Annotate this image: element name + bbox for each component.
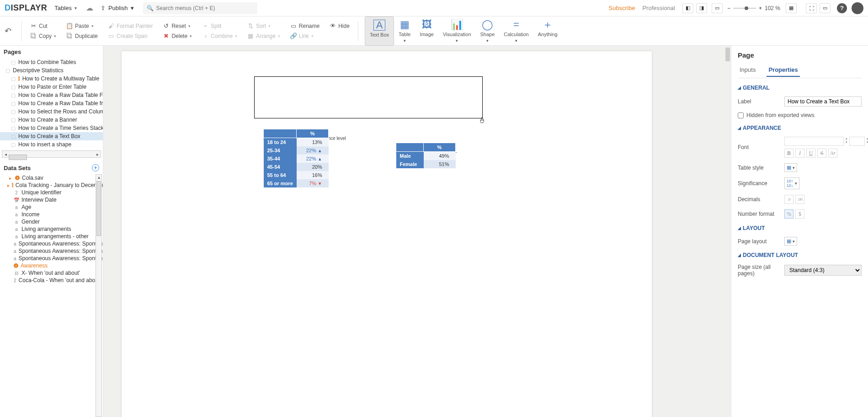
paste-button[interactable]: 📋Paste▾: [64, 22, 100, 30]
age-table-wrap[interactable]: %18 to 2413%25-3422% ▲35-4422% ▲45-5420%…: [263, 129, 346, 141]
page-item[interactable]: ▢!How to Create a Multiway Table: [0, 75, 103, 83]
insert-table-button[interactable]: ▦Table▾: [394, 16, 415, 46]
avatar[interactable]: [852, 2, 863, 14]
delete-button[interactable]: ✖Delete▾: [161, 32, 194, 40]
tables-menu[interactable]: Tables ▾: [54, 5, 77, 11]
variable-item[interactable]: aLiving arrangements - other: [0, 233, 103, 240]
layout-right-panel-icon[interactable]: ◨: [696, 3, 707, 13]
duplicate-button[interactable]: ⿻Duplicate: [64, 32, 100, 40]
dataset-file[interactable]: ▸!Cola Tracking - January to December.: [0, 182, 103, 189]
font-size-spinner[interactable]: ▴▾: [846, 137, 847, 146]
variable-item[interactable]: aLiving arrangements: [0, 225, 103, 233]
insert-calculation-button[interactable]: =Calculation▾: [499, 16, 533, 46]
page-item[interactable]: ▢How to Create a Time Series Stacked by …: [0, 124, 103, 132]
dataset-vscroll[interactable]: ▴: [96, 174, 102, 417]
decimals-decrease-button[interactable]: .0: [784, 195, 793, 204]
page-item[interactable]: ▢How to Combine Tables: [0, 58, 103, 66]
page-item[interactable]: ▢How to insert a shape: [0, 140, 103, 149]
variable-item[interactable]: 📅Interview Date: [0, 196, 103, 203]
publish-menu[interactable]: ⇧ Publish ▾: [101, 5, 134, 11]
zoom-in-button[interactable]: +: [759, 5, 762, 11]
section-general[interactable]: ◢GENERAL: [738, 85, 862, 91]
page-item[interactable]: ▢How to Create a Raw Data Table From a V: [0, 91, 103, 99]
fit-page-icon[interactable]: ▦: [786, 3, 797, 13]
help-icon[interactable]: ?: [837, 3, 847, 13]
decimals-increase-button[interactable]: .00: [795, 195, 804, 204]
reset-button[interactable]: ↺Reset▾: [161, 22, 194, 30]
link-button[interactable]: 🔗Link▾: [288, 32, 321, 40]
significance-select[interactable]: 10↑10↓▾: [784, 177, 799, 189]
present-icon[interactable]: ▭: [820, 3, 831, 13]
bold-button[interactable]: B: [784, 149, 793, 158]
copy-button[interactable]: ⿻Copy▾: [28, 32, 58, 40]
currency-format-button[interactable]: $: [795, 209, 804, 219]
page-size-select[interactable]: Standard (4:3): [784, 265, 862, 276]
page-canvas[interactable]: A̲ %18 to 2413%25-3422% ▲35-4422% ▲45-54…: [122, 51, 652, 417]
variable-item[interactable]: aSpontaneous Awareness: Spontaneo: [0, 255, 103, 262]
add-dataset-button[interactable]: +: [92, 164, 99, 171]
font-family-select[interactable]: [784, 137, 844, 146]
page-item[interactable]: ▢How to Create a Text Box: [0, 132, 103, 140]
page-item[interactable]: ▢How to Paste or Enter Table: [0, 83, 103, 91]
section-doc-layout[interactable]: ◢DOCUMENT LAYOUT: [738, 252, 862, 258]
strike-button[interactable]: S: [817, 149, 826, 158]
hidden-checkbox-row[interactable]: Hidden from exported views: [738, 112, 862, 118]
variable-item[interactable]: aSpontaneous Awareness: Spontaneo: [0, 240, 103, 247]
hide-button[interactable]: 👁Hide: [328, 22, 351, 30]
variable-item[interactable]: !Awareness: [0, 262, 103, 269]
variable-item[interactable]: aGender: [0, 218, 103, 225]
tab-inputs[interactable]: Inputs: [738, 64, 757, 77]
zoom-out-button[interactable]: −: [727, 5, 730, 11]
font-color-button[interactable]: A▾: [828, 149, 837, 158]
percent-format-button[interactable]: %: [784, 209, 793, 219]
label-input[interactable]: [784, 96, 862, 107]
dataset-file[interactable]: ▸!Cola.sav: [0, 174, 103, 182]
page-item[interactable]: ▢How to Select the Rows and Columns to A: [0, 107, 103, 116]
arrange-button[interactable]: ▦Arrange▾: [245, 32, 282, 40]
section-layout[interactable]: ◢LAYOUT: [738, 225, 862, 231]
cloud-icon[interactable]: ☁: [86, 4, 93, 12]
page-icon: ▢: [11, 117, 16, 123]
canvas-vscroll[interactable]: [724, 46, 731, 417]
layout-left-panel-icon[interactable]: ◧: [682, 3, 693, 13]
scroll-up-icon[interactable]: ▴: [96, 175, 101, 181]
layout-single-icon[interactable]: ▭: [712, 3, 723, 13]
canvas-area[interactable]: A̲ %18 to 2413%25-3422% ▲35-4422% ▲45-54…: [103, 46, 731, 417]
insert-anything-button[interactable]: ＋Anything: [533, 16, 562, 46]
undo-button[interactable]: ↶: [5, 26, 11, 36]
page-item[interactable]: ▢How to Create a Banner: [0, 116, 103, 124]
rename-button[interactable]: ▭Rename: [288, 22, 321, 30]
variable-item[interactable]: aAge: [0, 203, 103, 211]
tab-properties[interactable]: Properties: [767, 64, 799, 77]
section-appearance[interactable]: ◢APPEARANCE: [738, 125, 862, 131]
variable-item[interactable]: 2Coca-Cola - When 'out and about': [0, 277, 103, 284]
search-input[interactable]: [156, 5, 254, 11]
text-box-element[interactable]: A̲: [254, 76, 483, 118]
gender-table-wrap[interactable]: %Male49%Female51% Q2. Gender SUMMARY sam…: [396, 143, 457, 160]
subscribe-link[interactable]: Subscribe: [609, 5, 635, 11]
underline-button[interactable]: U: [806, 149, 815, 158]
fullscreen-icon[interactable]: ⛶: [806, 3, 817, 13]
insert-visualization-button[interactable]: 📊Visualization▾: [438, 16, 476, 46]
page-layout-select[interactable]: ▦▾: [784, 237, 797, 246]
page-item[interactable]: ▢How to Create a Raw Data Table from Var: [0, 99, 103, 107]
table-style-select[interactable]: ▦▾: [784, 163, 797, 172]
insert-text-box-button[interactable]: AText Box: [365, 16, 394, 46]
pages-hscroll[interactable]: ◂ ▸: [2, 150, 101, 158]
italic-button[interactable]: I: [795, 149, 804, 158]
insert-shape-button[interactable]: ◯Shape▾: [476, 16, 500, 46]
page-item[interactable]: ▢Descriptive Statistics: [0, 66, 103, 75]
search-input-wrap[interactable]: 🔍: [143, 2, 257, 14]
variable-item[interactable]: ⊟X- When 'out and about': [0, 269, 103, 277]
cut-button[interactable]: ✂Cut: [28, 22, 58, 30]
zoom-slider[interactable]: [733, 8, 756, 9]
hidden-checkbox[interactable]: [738, 112, 744, 118]
variable-item[interactable]: aSpontaneous Awareness: Spontaneo: [0, 247, 103, 255]
variable-item[interactable]: 2Unique Identifier: [0, 189, 103, 196]
scroll-left-icon[interactable]: ◂: [2, 152, 9, 157]
insert-image-button[interactable]: 🖼Image: [415, 16, 438, 46]
font-size-input[interactable]: [849, 137, 865, 146]
variable-item[interactable]: aIncome: [0, 211, 103, 218]
combine-button[interactable]: ⫞Combine▾: [200, 32, 239, 40]
scroll-right-icon[interactable]: ▸: [94, 152, 101, 157]
